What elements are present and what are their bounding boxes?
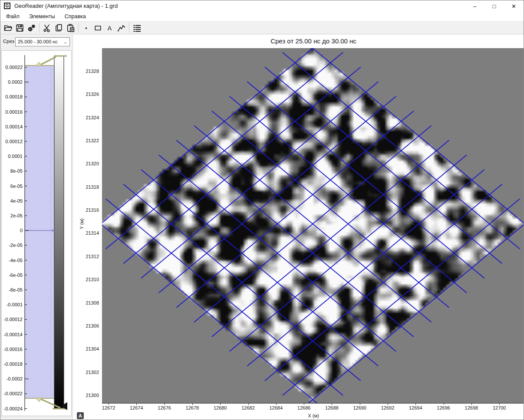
amplitude-scale: 0.000220.00020.000180.000160.000140.0001… xyxy=(2,51,71,416)
menu-item-3[interactable]: Справка xyxy=(60,12,91,21)
slice-selector-row: Срез 25.000 - 30.000 нс ⌄ xyxy=(0,35,73,49)
amplitude-tick-label: 0.00016 xyxy=(5,109,23,115)
annotation-tool-badge[interactable]: A xyxy=(77,412,84,419)
amplitude-tick-label: 0.00014 xyxy=(5,124,23,129)
maximize-button[interactable]: □ xyxy=(484,0,504,12)
amplitude-tick-label: 0.0002 xyxy=(8,79,23,85)
x-tick-mark xyxy=(444,403,444,405)
toolbar-button-paste[interactable] xyxy=(65,22,76,33)
y-tick-label: 21304 xyxy=(73,346,99,352)
x-tick-mark xyxy=(499,403,500,405)
amplitude-tick-label: 2e-05 xyxy=(10,213,23,218)
toolbar-button-rectangle[interactable] xyxy=(92,22,104,33)
menu-item-2[interactable]: Элементы xyxy=(24,12,60,21)
copy-icon xyxy=(54,23,63,33)
cut-icon xyxy=(43,23,52,33)
x-tick-label: 12692 xyxy=(376,405,400,411)
chevron-down-icon: ⌄ xyxy=(64,38,67,46)
x-tick-label: 12690 xyxy=(348,405,372,411)
x-tick-mark xyxy=(109,403,109,405)
window-controls: – □ ✕ xyxy=(465,0,524,12)
x-tick-mark xyxy=(360,403,360,405)
point-icon xyxy=(82,23,91,33)
amplitude-tick-label: 0 xyxy=(20,228,23,233)
amplitude-tick-label: 0.00018 xyxy=(5,94,23,99)
slice-dropdown[interactable]: 25.000 - 30.000 нс ⌄ xyxy=(15,37,70,46)
amplitude-tick-label: -0.00018 xyxy=(4,361,23,367)
x-tick-mark xyxy=(415,403,416,405)
amplitude-tick-label: -6e-05 xyxy=(9,272,23,278)
x-tick-label: 12686 xyxy=(292,405,316,411)
toolbar-button-polyline[interactable] xyxy=(115,22,127,33)
y-axis-label: Y (м) xyxy=(79,218,84,229)
color-gradient-bar xyxy=(54,56,64,409)
slice-dropdown-value: 25.000 - 30.000 нс xyxy=(18,39,58,44)
amplitude-tick-label: -0.00014 xyxy=(4,332,23,337)
toolbar-button-point[interactable] xyxy=(80,22,92,33)
open-icon xyxy=(3,23,13,33)
y-tick-label: 21300 xyxy=(73,392,99,398)
y-tick-label: 21314 xyxy=(73,230,99,236)
x-tick-mark xyxy=(192,403,193,405)
x-tick-label: 12672 xyxy=(96,405,121,411)
app-window: G GeoReader (Амплитудная карта) - 1.grd … xyxy=(0,0,524,420)
toolbar-separator xyxy=(129,23,129,33)
amplitude-tick-label: -0.00016 xyxy=(4,347,23,352)
amplitude-tick-label: -0.00022 xyxy=(4,391,23,396)
menu-bar: ФайлЭлементыСправка xyxy=(0,12,524,21)
toolbar-button-open[interactable] xyxy=(2,22,14,33)
amplitude-map[interactable] xyxy=(102,48,524,404)
amplitude-histogram xyxy=(25,66,54,398)
app-icon: G xyxy=(4,3,10,9)
toolbar-button-cut[interactable] xyxy=(41,22,53,33)
save-icon xyxy=(15,23,24,33)
amplitude-scale-panel: 0.000220.00020.000180.000160.000140.0001… xyxy=(1,50,72,416)
x-tick-label: 12674 xyxy=(124,405,148,411)
x-tick-label: 12682 xyxy=(236,405,260,411)
toolbar-button-list[interactable] xyxy=(131,22,143,33)
x-tick-label: 12694 xyxy=(403,405,428,411)
rectangle-icon xyxy=(93,23,102,33)
x-tick-label: 12678 xyxy=(180,405,204,411)
close-button[interactable]: ✕ xyxy=(504,0,524,12)
plot-area: Срез от 25.00 нс до 30.00 нс Y (м) X (м)… xyxy=(73,35,524,420)
x-tick-label: 12676 xyxy=(152,405,177,411)
toolbar-button-copy[interactable] xyxy=(53,22,65,33)
amplitude-tick-label: -0.0001 xyxy=(7,302,23,307)
amplitude-tick-label: 8e-05 xyxy=(10,168,23,174)
x-tick-label: 12688 xyxy=(320,405,344,411)
plot-title: Срез от 25.00 нс до 30.00 нс xyxy=(102,37,524,45)
amplitude-tick-label: 0.0001 xyxy=(8,154,23,159)
y-tick-label: 21306 xyxy=(73,323,99,329)
toolbar-separator xyxy=(78,23,79,33)
x-tick-mark xyxy=(471,403,472,405)
x-tick-label: 12684 xyxy=(264,405,288,411)
y-tick-label: 21316 xyxy=(73,207,99,213)
x-tick-mark xyxy=(388,403,388,405)
x-tick-mark xyxy=(136,403,137,405)
x-tick-mark xyxy=(276,403,277,405)
toolbar-button-settings[interactable] xyxy=(26,22,37,33)
toolbar-button-text[interactable]: A xyxy=(104,22,115,33)
amplitude-tick-label: 6e-05 xyxy=(10,184,23,189)
toolbar-button-save[interactable] xyxy=(14,22,26,33)
title-bar: G GeoReader (Амплитудная карта) - 1.grd … xyxy=(0,0,524,12)
svg-text:A: A xyxy=(108,24,112,31)
menu-item-1[interactable]: Файл xyxy=(1,12,24,21)
amplitude-tick-label: -0.00024 xyxy=(4,406,23,411)
x-tick-mark xyxy=(165,403,165,405)
y-tick-label: 21328 xyxy=(73,68,99,74)
x-axis-label: X (м) xyxy=(102,413,524,418)
y-tick-label: 21320 xyxy=(73,161,99,167)
amplitude-tick-label: -0.00012 xyxy=(4,317,23,322)
x-tick-label: 12680 xyxy=(208,405,232,411)
minimize-button[interactable]: – xyxy=(465,0,484,12)
x-tick-mark xyxy=(220,403,221,405)
y-tick-label: 21302 xyxy=(73,369,99,375)
settings-icon xyxy=(27,23,36,33)
amplitude-tick-label: 4e-05 xyxy=(10,198,23,203)
polyline-icon xyxy=(117,23,126,33)
y-tick-label: 21318 xyxy=(73,184,99,190)
x-tick-label: 12700 xyxy=(487,405,511,411)
x-tick-label: 12696 xyxy=(432,405,456,411)
